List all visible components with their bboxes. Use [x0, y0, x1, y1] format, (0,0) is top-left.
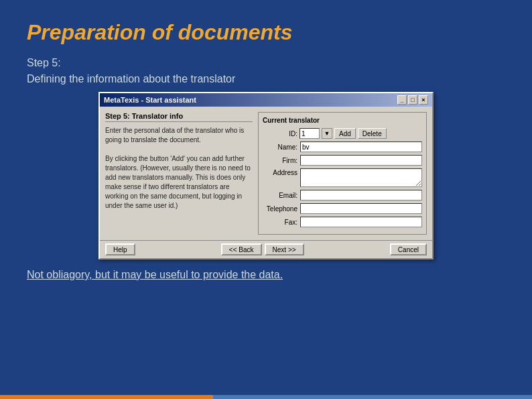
id-input[interactable]	[300, 128, 320, 139]
dialog-titlebar: MetaTexis - Start assistant _ □ ×	[100, 93, 432, 107]
dialog-window: MetaTexis - Start assistant _ □ × Step 5…	[98, 92, 434, 260]
next-button[interactable]: Next >>	[265, 243, 304, 255]
firm-row: Firm:	[263, 155, 422, 166]
dialog-left-panel: Step 5: Translator info Enter the person…	[105, 112, 253, 235]
footer-right: Cancel	[390, 243, 427, 255]
email-row: Email:	[263, 190, 422, 201]
back-button[interactable]: << Back	[221, 243, 262, 255]
email-input[interactable]	[300, 190, 422, 201]
bottom-bar	[0, 395, 532, 399]
dialog-footer: Help << Back Next >> Cancel	[100, 240, 432, 258]
minimize-button[interactable]: _	[397, 95, 407, 105]
footer-left: Help	[105, 243, 135, 255]
id-label: ID:	[263, 130, 297, 137]
slide-title: Preparation of documents	[27, 20, 505, 45]
name-label: Name:	[263, 144, 297, 151]
address-input[interactable]	[300, 168, 422, 187]
slide: Preparation of documents Step 5: Definin…	[0, 0, 532, 399]
id-row: ID: ▼ Add Delete	[263, 128, 422, 139]
firm-label: Firm:	[263, 157, 297, 164]
delete-button[interactable]: Delete	[358, 128, 387, 139]
cancel-button[interactable]: Cancel	[390, 243, 427, 255]
dialog-step-header: Step 5: Translator info	[105, 112, 253, 122]
add-button[interactable]: Add	[334, 128, 356, 139]
telephone-input[interactable]	[300, 203, 422, 214]
firm-input[interactable]	[300, 155, 422, 166]
address-row: Address	[263, 168, 422, 187]
titlebar-buttons: _ □ ×	[397, 95, 428, 105]
telephone-row: Telephone	[263, 203, 422, 214]
fax-label: Fax:	[263, 219, 297, 226]
dialog-right-panel: Current translator ID: ▼ Add Delete Name…	[258, 112, 427, 235]
close-button[interactable]: ×	[419, 95, 428, 105]
section-title: Current translator	[263, 117, 422, 124]
help-button[interactable]: Help	[105, 243, 135, 255]
telephone-label: Telephone	[263, 205, 297, 213]
fax-input[interactable]	[300, 217, 422, 227]
step-line1: Step 5:	[27, 57, 505, 69]
maximize-button[interactable]: □	[408, 95, 417, 105]
dialog-title: MetaTexis - Start assistant	[104, 96, 196, 104]
name-input[interactable]	[300, 141, 422, 152]
address-label: Address	[263, 168, 297, 176]
dialog-description: Enter the personal data of the translato…	[105, 126, 253, 211]
email-label: Email:	[263, 192, 297, 199]
dialog-body: Step 5: Translator info Enter the person…	[100, 107, 432, 240]
footer-center: << Back Next >>	[221, 243, 304, 255]
bottom-text: Not obliagory, but it may be useful to p…	[27, 269, 505, 281]
step-line2: Defining the information about the trans…	[27, 73, 505, 85]
fax-row: Fax:	[263, 217, 422, 227]
id-dropdown[interactable]: ▼	[322, 128, 332, 139]
name-row: Name:	[263, 141, 422, 152]
